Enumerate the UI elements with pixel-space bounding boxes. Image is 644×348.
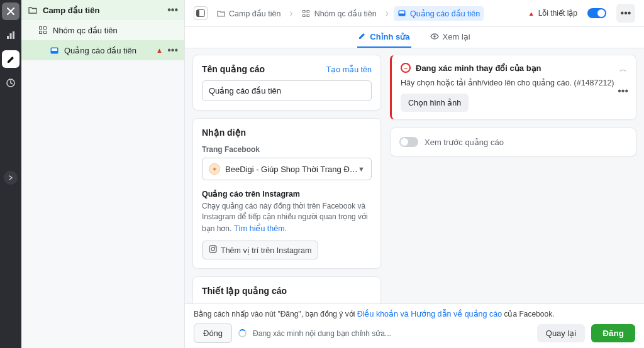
facebook-page-select[interactable]: ✶ BeeDigi - Giúp Shop Thời Trang Đột Phá… [202, 158, 372, 180]
svg-rect-17 [399, 11, 404, 14]
svg-rect-1 [10, 33, 12, 39]
choose-image-button[interactable]: Chọn hình ảnh [401, 94, 469, 112]
svg-point-20 [211, 247, 214, 251]
form-column: Tên quảng cáo Tạo mẫu tên Nhận diện Tran… [192, 55, 381, 303]
card-title: Thiết lập quảng cáo [202, 286, 372, 296]
content-scroll[interactable]: Tên quảng cáo Tạo mẫu tên Nhận diện Tran… [185, 48, 644, 303]
chevron-up-icon[interactable]: ︿ [619, 64, 627, 75]
identity-card: Nhận diện Trang Facebook ✶ BeeDigi - Giú… [192, 118, 381, 269]
crumb-adset[interactable]: Nhóm qc đầu tiên [298, 6, 380, 21]
name-template-link[interactable]: Tạo mẫu tên [326, 65, 372, 74]
svg-rect-12 [303, 10, 306, 13]
svg-rect-9 [52, 48, 57, 51]
instagram-icon [209, 245, 217, 255]
crumb-label: Nhóm qc đầu tiên [314, 9, 377, 18]
ad-name-input[interactable] [202, 80, 372, 101]
spinner-icon [238, 329, 247, 337]
svg-rect-11 [197, 10, 200, 17]
close-icon[interactable] [2, 3, 19, 20]
chevron-right-icon: › [289, 8, 292, 19]
setup-error-chip[interactable]: ▲ Lỗi thiết lập [528, 9, 577, 18]
main-area: Camp đầu tiên › Nhóm qc đầu tiên › Quảng… [185, 0, 644, 348]
svg-rect-19 [209, 246, 216, 253]
eye-icon [430, 32, 439, 41]
page-avatar-icon: ✶ [209, 163, 220, 175]
tree-ad-label: Quảng cáo đầu tiên [64, 46, 136, 55]
ad-icon [49, 45, 59, 55]
validation-status: Đang xác minh nội dung bạn chỉnh sửa... [253, 329, 391, 338]
tab-label: Chỉnh sửa [370, 32, 409, 41]
grid-icon [38, 25, 48, 35]
tab-label: Xem lại [443, 32, 470, 41]
warning-icon: ▲ [156, 46, 163, 54]
tree-campaign[interactable]: Camp đầu tiên ••• [21, 0, 184, 20]
learn-more-link[interactable]: Tìm hiểu thêm [234, 224, 285, 233]
tab-bar: Chỉnh sửa Xem lại [185, 27, 644, 48]
warning-icon: ▲ [528, 10, 535, 17]
ad-name-card: Tên quảng cáo Tạo mẫu tên [192, 55, 381, 111]
terms-note: Bằng cách nhấp vào nút "Đăng", bạn đồng … [194, 309, 635, 318]
svg-rect-15 [307, 14, 309, 17]
publish-button[interactable]: Đăng [591, 324, 635, 342]
svg-rect-2 [13, 31, 14, 39]
expand-rail-icon[interactable] [4, 171, 18, 185]
svg-rect-7 [44, 31, 47, 34]
ad-icon [397, 9, 406, 18]
svg-point-21 [214, 247, 216, 248]
preview-label: Xem trước quảng cáo [425, 138, 504, 147]
svg-rect-14 [303, 14, 306, 17]
instagram-heading: Quảng cáo trên Instagram [202, 189, 372, 198]
page-label: Trang Facebook [202, 145, 372, 154]
more-icon[interactable]: ••• [167, 45, 178, 56]
page-value: BeeDigi - Giúp Shop Thời Trang Đột Phá D… [225, 165, 358, 174]
alert-body: Hãy chọn hoặc tải ảnh/video lên cho quản… [401, 78, 627, 87]
tree-ad[interactable]: Quảng cáo đầu tiên ▲ ••• [21, 40, 184, 60]
folder-icon [216, 9, 225, 18]
alert-title: Đang xác minh thay đổi của bạn [416, 63, 541, 73]
crumb-campaign[interactable]: Camp đầu tiên [213, 6, 284, 21]
tree-adset[interactable]: Nhóm qc đầu tiên [21, 20, 184, 40]
tree-campaign-label: Camp đầu tiên [43, 6, 99, 15]
side-column: – Đang xác minh thay đổi của bạn ︿ Hãy c… [390, 55, 636, 303]
back-button[interactable]: Quay lại [537, 324, 585, 342]
ad-preview-card: Xem trước quảng cáo [390, 128, 636, 156]
svg-rect-13 [307, 10, 309, 13]
footer: Bằng cách nhấp vào nút "Đăng", bạn đồng … [185, 303, 644, 348]
svg-rect-5 [44, 27, 47, 30]
add-instagram-button[interactable]: Thêm vị trí trên Instagram [202, 241, 318, 259]
svg-point-18 [433, 35, 436, 38]
tree-adset-label: Nhóm qc đầu tiên [53, 26, 118, 35]
chevron-down-icon: ▼ [358, 165, 365, 173]
preview-toggle[interactable] [399, 137, 418, 147]
chart-icon[interactable] [2, 26, 19, 44]
more-icon[interactable]: ••• [616, 4, 635, 23]
chip-label: Thêm vị trí trên Instagram [221, 246, 311, 255]
terms-link[interactable]: Điều khoản và Hướng dẫn về quảng cáo [357, 310, 502, 318]
ad-setup-card: Thiết lập quảng cáo Tạo quảng cáo ▼ Định… [192, 276, 381, 303]
tab-edit[interactable]: Chỉnh sửa [357, 27, 411, 48]
chevron-right-icon: › [386, 8, 389, 19]
more-icon[interactable]: ••• [167, 4, 178, 16]
close-button[interactable]: Đóng [194, 324, 232, 343]
card-title: Tên quảng cáo [202, 64, 265, 74]
grid-icon [302, 9, 311, 18]
tab-review[interactable]: Xem lại [429, 27, 472, 48]
pencil-icon[interactable] [2, 50, 19, 68]
pencil-icon [358, 32, 366, 41]
topbar: Camp đầu tiên › Nhóm qc đầu tiên › Quảng… [185, 0, 644, 27]
card-title: Nhận diện [202, 128, 372, 138]
structure-tree: Camp đầu tiên ••• Nhóm qc đầu tiên Quảng… [21, 0, 185, 348]
more-icon[interactable]: ••• [618, 85, 628, 97]
crumb-ad[interactable]: Quảng cáo đầu tiên [394, 6, 484, 21]
status-toggle[interactable] [587, 8, 606, 18]
app-rail [0, 0, 21, 348]
folder-icon [28, 5, 38, 15]
svg-rect-0 [7, 36, 9, 39]
clock-icon[interactable] [2, 74, 19, 92]
error-text: Lỗi thiết lập [538, 9, 577, 18]
crumb-label: Quảng cáo đầu tiên [410, 9, 480, 18]
instagram-description: Chạy quảng cáo này đồng thời trên Facebo… [202, 201, 372, 234]
validation-alert: – Đang xác minh thay đổi của bạn ︿ Hãy c… [390, 55, 636, 120]
crumb-label: Camp đầu tiên [229, 9, 280, 18]
panel-toggle-icon[interactable] [194, 6, 208, 20]
